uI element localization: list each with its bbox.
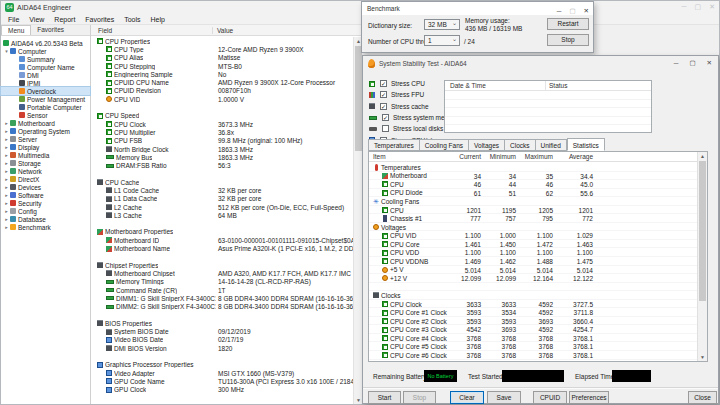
menu-help[interactable]: Help	[145, 16, 169, 23]
scroll-up-icon[interactable]: ▲	[698, 152, 707, 160]
clear-button[interactable]: Clear	[450, 391, 484, 404]
tab-voltages[interactable]: Voltages	[469, 139, 505, 151]
scroll-down-icon[interactable]: ▼	[698, 353, 707, 361]
field-row-gpu-code-name[interactable]: GPU Code NameTU116-300A (PCI Express 3.0…	[91, 377, 353, 385]
tree-item-summary[interactable]: Summary	[1, 55, 90, 63]
chevron-collapsed-icon[interactable]: ▸	[3, 152, 10, 158]
list-header[interactable]: Field Value	[91, 25, 363, 36]
field-row-cpuid-revision[interactable]: CPUID Revision00870F10h	[91, 87, 353, 95]
field-row-cpu-fsb[interactable]: CPU FSB99.8 MHz (original: 100 MHz)	[91, 137, 353, 145]
tree-item-directx[interactable]: ▸DirectX	[1, 175, 90, 183]
field-row-cpuid-cpu-name[interactable]: CPUID CPU NameAMD Ryzen 9 3900X 12-Core …	[91, 78, 353, 86]
tree-item-ipmi[interactable]: IPMI	[1, 79, 90, 87]
field-row-gpu-clock[interactable]: GPU Clock300 MHz	[91, 385, 353, 393]
stats-row-cpu-vid[interactable]: CPU VID1.1001.0001.1001.029	[369, 231, 697, 240]
tab-clocks[interactable]: Clocks	[505, 139, 536, 151]
stats-row-cpu-core-6-clock[interactable]: CPU Core #6 Clock3768376837683768.1	[369, 351, 697, 360]
field-row-graphics-processor-properties[interactable]: Graphics Processor Properties	[91, 361, 353, 369]
benchmark-titlebar[interactable]: Benchmark ─ ▢ ✕	[362, 2, 593, 15]
chevron-collapsed-icon[interactable]: ▸	[3, 192, 10, 198]
tree-item-portable-computer[interactable]: Portable Computer	[1, 103, 90, 111]
field-row-dmi-bios-version[interactable]: DMI BIOS Version1820	[91, 344, 353, 352]
field-row-cpu-alias[interactable]: CPU AliasMatisse	[91, 54, 353, 62]
field-column-header[interactable]: Field	[98, 27, 112, 34]
field-row-memory-bus[interactable]: Memory Bus1863.3 MHz	[91, 153, 353, 161]
field-row-chipset-properties[interactable]: Chipset Properties	[91, 261, 353, 269]
statistics-scrollbar[interactable]: ▲ ▼	[697, 152, 707, 361]
sidebar-tab-menu[interactable]: Menu	[1, 25, 31, 35]
field-row-cpu-multiplier[interactable]: CPU Multiplier36.8x	[91, 128, 353, 136]
stats-row-cpu-vddnb[interactable]: CPU VDDNB1.4691.4621.4881.475	[369, 257, 697, 266]
start-button[interactable]: Start	[368, 391, 401, 404]
tree-item-benchmark[interactable]: ▸Benchmark	[1, 223, 90, 231]
stats-row-12-v[interactable]: +12 V12.09912.09912.16412.122	[369, 274, 697, 283]
tree-item-operating-system[interactable]: ▸Operating System	[1, 127, 90, 135]
stats-row-cpu-core-5-clock[interactable]: CPU Core #5 Clock3768376837683768.1	[369, 342, 697, 351]
tab-statistics[interactable]: Statistics	[567, 138, 605, 151]
stats-row-temperatures[interactable]: Temperatures	[369, 163, 697, 172]
chevron-collapsed-icon[interactable]: ▸	[3, 216, 10, 222]
tree-item-computer-name[interactable]: Computer Name	[1, 63, 90, 71]
stats-row-cpu-core-7-clock[interactable]: CPU Core #7 Clock3768376837683768.1	[369, 360, 697, 362]
field-row-cpu-vid[interactable]: CPU VID1.0000 V	[91, 95, 353, 103]
field-row-cpu-cache[interactable]: CPU Cache	[91, 178, 353, 186]
main-titlebar[interactable]: AIDA64 Engineer ─ ▢ ✕	[1, 1, 719, 14]
chevron-collapsed-icon[interactable]: ▸	[3, 144, 10, 150]
field-row-video-bios-date[interactable]: Video BIOS Date02/17/19	[91, 336, 353, 344]
minimize-icon[interactable]: ─	[557, 4, 562, 17]
log-status-header[interactable]: Status	[549, 82, 567, 89]
chevron-collapsed-icon[interactable]: ▸	[3, 120, 10, 126]
field-row-dimm1-g-skill-sniperx-f4-3400c16-8gsxw[interactable]: DIMM1: G Skill SniperX F4-3400C16-8GSXW8…	[91, 294, 353, 302]
stability-titlebar[interactable]: System Stability Test - AIDA64 ─ ▢ ✕	[363, 56, 718, 70]
field-row-dram-fsb-ratio[interactable]: DRAM:FSB Ratio56:3	[91, 161, 353, 169]
sidebar-tab-favorites[interactable]: Favorites	[31, 25, 70, 35]
field-row-memory-timings[interactable]: Memory Timings14-16-14-28 (CL-RCD-RP-RAS…	[91, 278, 353, 286]
close-icon[interactable]: ✕	[584, 4, 589, 17]
scroll-thumb[interactable]	[699, 161, 706, 301]
tree-item-storage[interactable]: ▸Storage	[1, 159, 90, 167]
menu-favorites[interactable]: Favorites	[80, 16, 119, 23]
chevron-collapsed-icon[interactable]: ▸	[3, 184, 10, 190]
stop-button[interactable]: Stop	[547, 34, 589, 46]
tree-item-security[interactable]: ▸Security	[1, 199, 90, 207]
checkbox[interactable]	[382, 125, 389, 132]
minimize-icon[interactable]: ─	[682, 3, 687, 11]
stats-column-item[interactable]: Item	[373, 153, 386, 160]
chevron-collapsed-icon[interactable]: ▸	[3, 168, 10, 174]
tab-cooling-fans[interactable]: Cooling Fans	[420, 139, 469, 151]
field-row-system-bios-date[interactable]: System BIOS Date09/12/2019	[91, 327, 353, 335]
stats-row-cpu-vdd[interactable]: CPU VDD1.1001.1001.1001.100	[369, 248, 697, 257]
field-row-command-rate-cr[interactable]: Command Rate (CR)1T	[91, 286, 353, 294]
menu-view[interactable]: View	[24, 16, 49, 23]
tree-item-server[interactable]: ▸Server	[1, 135, 90, 143]
tree-item-network[interactable]: ▸Network	[1, 167, 90, 175]
tree-item-display[interactable]: ▸Display	[1, 143, 90, 151]
field-row-motherboard-id[interactable]: Motherboard ID63-0100-000001-00101111-09…	[91, 236, 353, 244]
menu-tools[interactable]: Tools	[119, 16, 145, 23]
field-row-video-adapter[interactable]: Video AdapterMSI GTX 1660 (MS-V379)	[91, 369, 353, 377]
stats-column-average[interactable]: Average	[553, 153, 593, 160]
scroll-thumb[interactable]	[355, 46, 362, 151]
close-button[interactable]: Close	[688, 391, 717, 404]
stats-row-cpu-clock[interactable]: CPU Clock3633363345923727.5	[369, 300, 697, 309]
checkbox[interactable]	[380, 80, 387, 87]
field-row-motherboard-chipset[interactable]: Motherboard ChipsetAMD A320, AMD K17.7 F…	[91, 269, 353, 277]
log-datetime-header[interactable]: Date & Time	[450, 82, 486, 89]
stats-row-cpu-core-1-clock[interactable]: CPU Core #1 Clock3593353445923711.8	[369, 308, 697, 317]
stats-row-cooling-fans[interactable]: Cooling Fans	[369, 197, 697, 206]
chevron-collapsed-icon[interactable]: ▸	[3, 176, 10, 182]
chevron-collapsed-icon[interactable]: ▸	[3, 160, 10, 166]
checkbox[interactable]	[382, 114, 389, 121]
tab-unified[interactable]: Unified	[536, 139, 567, 151]
stats-row-5-v[interactable]: +5 V5.0145.0145.0145.014	[369, 266, 697, 275]
save-button[interactable]: Save	[487, 391, 521, 404]
maximize-icon[interactable]: ▢	[695, 3, 702, 11]
stats-row-cpu[interactable]: CPU1201119512051201	[369, 206, 697, 215]
checkbox[interactable]	[380, 91, 387, 98]
maximize-icon[interactable]: ▢	[689, 59, 695, 67]
menu-report[interactable]: Report	[49, 16, 80, 23]
cpuid-button[interactable]: CPUID	[533, 391, 567, 404]
field-row-bios-properties[interactable]: BIOS Properties	[91, 319, 353, 327]
tree-item-power-management[interactable]: Power Management	[1, 95, 90, 103]
stats-row-cpu-core-3-clock[interactable]: CPU Core #3 Clock4542369345924254.7	[369, 325, 697, 334]
